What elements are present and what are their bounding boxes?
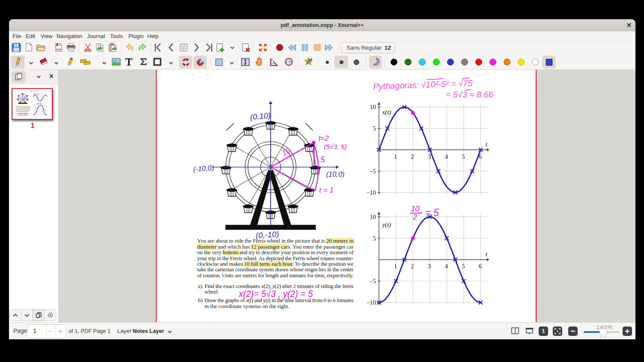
svg-text:x=5, y=5: x=5, y=5 — [18, 113, 28, 115]
svg-text:t: t — [486, 141, 488, 148]
svg-text:y(t): y(t) — [381, 221, 391, 228]
svg-text:−5: −5 — [369, 168, 376, 175]
svg-text:of rotation. Units are meters: of rotation. Units are meters for length… — [197, 272, 353, 279]
svg-text:5: 5 — [462, 153, 465, 160]
svg-text:−10: −10 — [366, 189, 376, 196]
svg-text:x(2)= 5√3 , y(2) = 5: x(2)= 5√3 , y(2) = 5 — [238, 288, 313, 299]
svg-text:t = 1: t = 1 — [319, 186, 334, 194]
svg-text:−5: −5 — [369, 278, 376, 285]
svg-text:(-10,0): (-10,0) — [193, 164, 214, 173]
svg-text:(10,0): (10,0) — [326, 170, 344, 178]
svg-text:−10: −10 — [366, 299, 376, 306]
svg-text:wheel.: wheel. — [204, 288, 219, 295]
svg-text:PDF: PDF — [56, 48, 62, 51]
svg-text:6: 6 — [478, 263, 481, 270]
svg-text:Pythagoras: √10²-5² = √75: Pythagoras: √10²-5² = √75 — [373, 78, 473, 91]
svg-text:(5√3, 5): (5√3, 5) — [324, 143, 346, 150]
svg-text:1: 1 — [394, 263, 397, 270]
svg-text:a): a) — [198, 283, 202, 289]
svg-text:(0,10): (0,10) — [250, 111, 271, 122]
svg-text:3: 3 — [428, 153, 431, 160]
svg-text:5: 5 — [462, 263, 465, 270]
svg-text:10=5: 10=5 — [36, 102, 41, 105]
svg-text:t: t — [486, 251, 488, 258]
svg-text:b): b) — [198, 297, 203, 303]
svg-text:= 5: = 5 — [425, 207, 439, 218]
svg-text:2: 2 — [412, 214, 417, 221]
svg-text:10: 10 — [370, 104, 376, 110]
svg-text:4: 4 — [444, 153, 448, 160]
svg-text:Pyth. 10-5: Pyth. 10-5 — [30, 90, 39, 92]
svg-text:10: 10 — [370, 214, 376, 220]
svg-text:10: 10 — [411, 205, 419, 213]
svg-text:2: 2 — [411, 263, 414, 270]
svg-text:= 5√3 ≈ 8.66: = 5√3 ≈ 8.66 — [445, 90, 493, 99]
svg-text:2: 2 — [411, 153, 414, 160]
svg-text:t=2: t=2 — [318, 134, 329, 142]
svg-text:5: 5 — [373, 125, 376, 132]
svg-text:3: 3 — [428, 263, 431, 270]
svg-text:1: 1 — [394, 153, 397, 160]
svg-text:4: 4 — [444, 263, 448, 270]
svg-text:in the coordinate systems on t: in the coordinate systems on the right. — [204, 303, 289, 309]
svg-text:5: 5 — [373, 235, 376, 242]
svg-text:5: 5 — [320, 155, 325, 164]
svg-text:x(t): x(t) — [382, 109, 391, 116]
